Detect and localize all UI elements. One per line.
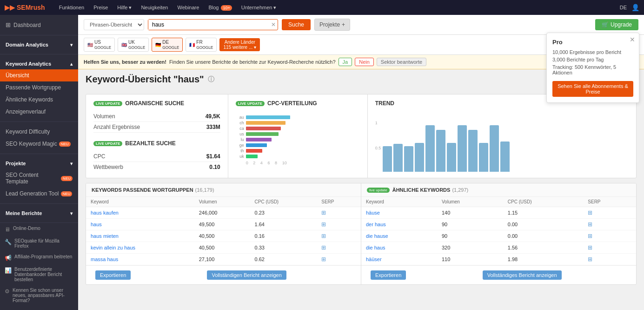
serp-icon[interactable]: ⊞ [321,233,326,239]
sidebar-projekte-section: Projekte ▾ SEO Content Template NEU Lead… [0,154,78,204]
table-row: haus mieten 40,500 0.16 ⊞ [86,230,361,242]
sidebar-keyword-difficulty[interactable]: Keyword Difficulty [0,126,78,138]
flag-uk[interactable]: 🇬🇧 UKGOOGLE [118,38,149,52]
puzzle-icon: 🔧 [5,239,12,245]
export-button[interactable]: Exportieren [95,270,131,280]
full-report-button[interactable]: Vollständigen Bericht anzeigen [207,270,286,280]
sidebar-keyword-section: Keyword Analytics ▴ Übersicht Passende W… [0,54,78,122]
pro-cta-button[interactable]: Sehen Sie alle Abonnements & Preise [552,81,633,97]
flag-de[interactable]: 🇩🇪 DEGOOGLE [152,38,183,52]
upgrade-button[interactable]: 🛒 Upgrade [595,19,638,30]
other-countries-button[interactable]: Andere Länder115 weitere ... ▾ [219,38,260,51]
cpc-chart-col: live update CPC-VERTEILUNG au ch [228,94,368,178]
flag-de-icon: 🇩🇪 [155,42,161,47]
serp-icon[interactable]: ⊞ [321,221,326,228]
info-icon[interactable]: ⓘ [208,75,214,84]
serp-icon[interactable]: ⊞ [588,209,592,216]
logo: ▶▶ SEMrush [5,4,45,11]
nav-funktionen[interactable]: Funktionen [54,0,89,15]
chevron-down-icon-3: ▾ [70,211,73,216]
sidebar-bottom-items: 🖥 Online-Demo 🔧 SEOquake für Mozilla Fir… [0,223,78,306]
projects-button[interactable]: Projekte + [314,19,350,31]
flag-fr-icon: 🇫🇷 [189,42,195,47]
nav-blog[interactable]: Blog 10+ [204,0,236,15]
clear-icon[interactable]: ✕ [269,20,278,30]
similar-keyword-link[interactable]: die haus [366,245,385,250]
sidebar-ubersicht[interactable]: Übersicht [0,69,78,81]
serp-icon[interactable]: ⊞ [588,221,592,228]
cpc-bar-ch: ch [236,121,360,125]
sidebar-lead-generation[interactable]: Lead Generation Tool NEU [0,188,78,200]
similar-table-header-row: Keyword Volumen CPC (USD) SERP [361,197,636,207]
similar-export-button[interactable]: Exportieren [371,270,406,280]
keyword-link[interactable]: massa haus [91,256,118,262]
sidebar-dashboard[interactable]: ⊞ Dashboard [0,19,78,31]
serp-icon[interactable]: ⊞ [321,209,326,216]
sidebar-custom-report[interactable]: 📊 Benutzerdefinierte Datenbankoder Beric… [0,264,78,285]
feedback-no-button[interactable]: Nein [355,58,374,66]
similar-table-footer: Exportieren Vollständiges Bericht anzeig… [361,265,636,284]
organic-volume-row: Volumen 49,5K [93,111,220,122]
flag-fr[interactable]: 🇫🇷 FRGOOGLE [186,38,217,52]
keywords-table-title: KEYWORDS PASSENDE WORTGRUPPEN [92,187,193,193]
serp-icon[interactable]: ⊞ [588,244,592,251]
sidebar-seo-keyword-magic[interactable]: SEO Keyword Magic NEU [0,138,78,150]
organic-results-row: Anzahl Ergebnisse 333M [93,122,220,133]
similar-keyword-link[interactable]: häüser [366,256,382,262]
sidebar-seoquake[interactable]: 🔧 SEOquake für Mozilla Firefox [0,236,78,251]
keywords-table: Keyword Volumen CPC (USD) SERP haus kauf… [86,197,361,265]
table-row: häüser 110 1.98 ⊞ [361,254,636,265]
cpc-bar-au: au [236,115,360,120]
nav-hilfe[interactable]: Hilfe ▾ [113,0,136,15]
user-icon[interactable]: 👤 [631,4,639,11]
search-type-select[interactable]: Phrasen-Übersicht [84,19,144,30]
sidebar-keyword-analytics[interactable]: Keyword Analytics ▴ [0,58,78,69]
sidebar-seo-content-template[interactable]: SEO Content Template NEU [0,169,78,188]
nav-unternehmen[interactable]: Unternehmen ▾ [237,0,281,15]
table-row: massa haus 27,100 0.62 ⊞ [86,254,361,265]
similar-keyword-link[interactable]: die hause [366,233,388,239]
sidebar-projekte[interactable]: Projekte ▾ [0,158,78,169]
similar-table-count: (1,297) [452,187,468,193]
serp-icon[interactable]: ⊞ [588,256,592,263]
serp-icon[interactable]: ⊞ [321,256,326,263]
keyword-link[interactable]: kevin allein zu haus [91,245,135,250]
col-keyword-2: Keyword [361,197,437,207]
feedback-yes-button[interactable]: Ja [339,58,352,66]
pro-popup-close[interactable]: ✕ [630,36,635,43]
cpc-section-label: live update CPC-VERTEILUNG [236,100,360,107]
serp-icon[interactable]: ⊞ [321,244,326,251]
language-selector[interactable]: DE [620,5,627,10]
sidebar-passende-wortgruppe[interactable]: Passende Wortgruppe [0,81,78,94]
sidebar-meine-berichte[interactable]: Meine Berichte ▾ [0,208,78,219]
sidebar-api[interactable]: ⚙ Kennen Sie schon unser neues, anpassba… [0,285,78,306]
search-input[interactable] [148,20,269,30]
similar-full-report-button[interactable]: Vollständiges Bericht anzeigen [483,270,562,280]
new-badge-2: NEU [61,176,73,181]
paid-search-section: live update BEZAHLTE SUCHE CPC $1.64 Wet… [93,140,220,172]
sidebar-domain-analytics[interactable]: Domain Analytics ▾ [0,39,78,50]
sidebar-online-demo[interactable]: 🖥 Online-Demo [0,223,78,236]
nav-webinare[interactable]: Webinare [173,0,204,15]
trend-bar [468,130,478,172]
sidebar-anzeigenverlauf[interactable]: Anzeigenverlauf [0,106,78,118]
sidebar-affiliate[interactable]: 📢 Affiliate-Programm beitreten [0,251,78,264]
sidebar-ahnliche-keywords[interactable]: Ähnliche Keywords [0,94,78,106]
flag-us[interactable]: 🇺🇸 USGOOGLE [84,38,115,52]
feedback-edit-button[interactable]: Sektor beantworte [377,58,426,66]
keyword-link[interactable]: haus mieten [91,233,119,239]
search-button[interactable]: Suche [282,19,311,30]
trend-chart: 1 0.5 [375,111,629,172]
similar-keyword-link[interactable]: häuse [366,210,380,216]
sidebar: ⊞ Dashboard Domain Analytics ▾ Keyword A… [0,15,78,310]
serp-icon[interactable]: ⊞ [588,233,592,239]
trend-bar [425,125,435,172]
keywords-table-body: haus kaufen 246,000 0.23 ⊞ haus 49,500 1… [86,207,361,265]
similar-table-header: live update ÄHNLICHE KEYWORDS (1,297) [361,183,636,197]
nav-neuigkeiten[interactable]: Neuigkeiten [136,0,173,15]
keyword-link[interactable]: haus kaufen [91,210,119,216]
keyword-link[interactable]: haus [91,222,102,227]
nav-preise[interactable]: Preise [89,0,113,15]
keywords-table-head: Keyword Volumen CPC (USD) SERP [86,197,361,207]
similar-keyword-link[interactable]: der haus [366,222,386,227]
